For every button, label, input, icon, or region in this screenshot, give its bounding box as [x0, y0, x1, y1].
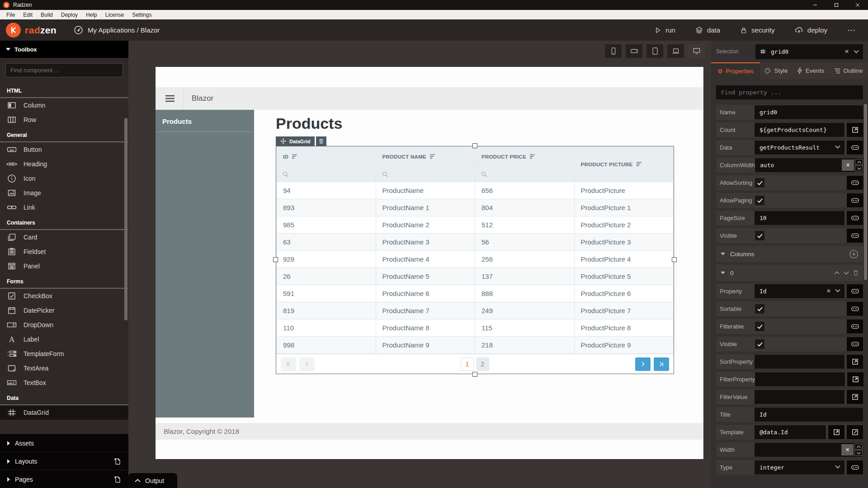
device-tablet-button[interactable] — [646, 44, 663, 58]
add-column-icon[interactable] — [849, 249, 859, 259]
previous-page-button[interactable] — [299, 357, 315, 371]
output-panel-tab[interactable]: Output — [128, 473, 177, 488]
allowsorting-checkbox[interactable] — [755, 178, 765, 188]
open-expression-editor-button[interactable] — [847, 123, 863, 137]
column-header-product-price[interactable]: PRODUCT PRICE — [475, 147, 575, 167]
clear-width-button[interactable]: ✕ — [841, 444, 854, 455]
deploy-button[interactable]: deploy — [795, 26, 827, 34]
property-select[interactable] — [755, 284, 844, 298]
datagrid-component[interactable]: ID PRODUCT NAME PRODUCT PRICE PRODUCT PI… — [276, 146, 674, 374]
security-button[interactable]: security — [740, 26, 775, 34]
decrement-button[interactable] — [855, 165, 863, 171]
close-button[interactable] — [847, 0, 868, 10]
pages-section[interactable]: Pages — [0, 470, 128, 488]
more-menu-button[interactable]: ⋯ — [847, 25, 856, 35]
bind-sortable-button[interactable] — [847, 302, 863, 316]
open-sortproperty-button[interactable] — [847, 355, 863, 369]
bind-type-button[interactable] — [847, 460, 863, 474]
tab-events[interactable]: Events — [793, 62, 829, 79]
toolbox-item-panel[interactable]: Panel — [0, 259, 128, 273]
menu-help[interactable]: Help — [82, 12, 101, 18]
selected-component-chip[interactable]: DataGrid — [276, 136, 315, 146]
find-component-input[interactable] — [5, 63, 123, 77]
open-filterproperty-button[interactable] — [847, 372, 863, 386]
toolbox-scrollbar[interactable] — [124, 118, 127, 320]
tab-style[interactable]: Style — [760, 62, 793, 79]
menu-edit[interactable]: Edit — [19, 12, 37, 18]
sortproperty-input[interactable] — [755, 355, 844, 369]
maximize-button[interactable] — [826, 0, 847, 10]
move-down-icon[interactable] — [844, 271, 849, 275]
bind-filterable-button[interactable] — [847, 319, 863, 333]
toolbox-header[interactable]: Toolbox — [0, 41, 128, 58]
page-number-1[interactable]: 1 — [461, 357, 474, 371]
filterable-checkbox[interactable] — [755, 321, 765, 332]
resize-handle-top[interactable] — [472, 143, 477, 148]
menu-file[interactable]: File — [2, 12, 19, 18]
bind-visible-button[interactable] — [847, 229, 863, 243]
last-page-button[interactable] — [654, 357, 669, 371]
resize-handle-bottom[interactable] — [472, 372, 477, 377]
add-layout-icon[interactable] — [113, 457, 121, 465]
clear-property-icon[interactable]: ✕ — [826, 288, 831, 294]
find-property-input[interactable] — [716, 85, 863, 99]
toolbox-item-fieldset[interactable]: Fieldset — [0, 244, 128, 259]
run-button[interactable]: run — [654, 26, 675, 34]
open-filtervalue-button[interactable] — [847, 390, 863, 404]
layouts-section[interactable]: Layouts — [0, 452, 128, 470]
radzen-brand[interactable]: radzen — [6, 23, 57, 38]
resize-handle-left[interactable] — [273, 257, 278, 262]
toolbox-item-column[interactable]: Column — [0, 98, 128, 113]
column-header-product-name[interactable]: PRODUCT NAME — [376, 147, 475, 167]
chevron-down-icon[interactable] — [854, 50, 859, 53]
toolbox-item-heading[interactable]: <H/> Heading — [0, 157, 128, 171]
name-input[interactable] — [755, 105, 863, 119]
decrement-button[interactable] — [854, 450, 863, 456]
app-sidebar[interactable]: Products — [156, 110, 254, 418]
page-heading[interactable]: Products — [276, 115, 674, 132]
count-input[interactable] — [755, 123, 844, 137]
toolbox-item-templateform[interactable]: TemplateForm — [0, 347, 128, 361]
open-template-button[interactable] — [828, 425, 844, 439]
toolbox-item-image[interactable]: Image — [0, 186, 128, 200]
toolbox-item-datagrid[interactable]: DataGrid — [0, 405, 128, 420]
toolbox-item-icon[interactable]: Icon — [0, 171, 128, 186]
minimize-button[interactable] — [804, 0, 826, 10]
menu-license[interactable]: License — [101, 12, 128, 18]
designed-page[interactable]: Blazor Products Blazor, Copyright © 2018… — [156, 67, 703, 459]
device-phone-portrait-button[interactable] — [605, 44, 622, 58]
trash-icon[interactable] — [853, 270, 859, 276]
device-phone-landscape-button[interactable] — [626, 44, 642, 58]
bind-pagesize-button[interactable] — [847, 211, 863, 225]
next-page-button[interactable] — [635, 357, 651, 371]
nav-item-products[interactable]: Products — [156, 110, 254, 132]
template-input[interactable] — [755, 425, 826, 439]
toolbox-item-textarea[interactable]: TextArea — [0, 361, 128, 375]
toolbox-item-card[interactable]: Card — [0, 230, 128, 244]
tab-properties[interactable]: ⚙ Properties — [711, 62, 760, 79]
filterproperty-input[interactable] — [755, 372, 845, 386]
toolbox-item-dropdown[interactable]: DropDown — [0, 318, 128, 332]
pagesize-input[interactable] — [755, 211, 844, 225]
columns-section-header[interactable]: Columns — [716, 246, 863, 262]
allowpaging-checkbox[interactable] — [755, 195, 765, 206]
clear-value-button[interactable]: ✕ — [842, 160, 854, 171]
filter-cell-id[interactable] — [277, 167, 376, 182]
column-visible-checkbox[interactable] — [755, 339, 765, 349]
column-0-header[interactable]: 0 — [716, 265, 863, 281]
increment-button[interactable] — [855, 159, 863, 165]
device-desktop-button[interactable] — [688, 44, 705, 58]
first-page-button[interactable] — [281, 357, 296, 371]
bind-data-button[interactable] — [847, 141, 863, 155]
menu-build[interactable]: Build — [37, 12, 57, 18]
column-header-id[interactable]: ID — [277, 147, 376, 167]
toolbox-item-button[interactable]: btn Button — [0, 142, 128, 157]
toolbox-item-label[interactable]: A Label — [0, 332, 128, 347]
assets-section[interactable]: Assets — [0, 434, 128, 452]
clear-selection-icon[interactable]: ✕ — [844, 48, 849, 55]
toolbox-item-datepicker[interactable]: DatePicker — [0, 303, 128, 318]
edit-template-button[interactable] — [847, 425, 863, 439]
bind-allowpaging-button[interactable] — [847, 193, 863, 207]
selection-dropdown[interactable]: grid0 ✕ — [755, 44, 863, 59]
column-header-product-picture[interactable]: PRODUCT PICTURE — [574, 147, 674, 182]
